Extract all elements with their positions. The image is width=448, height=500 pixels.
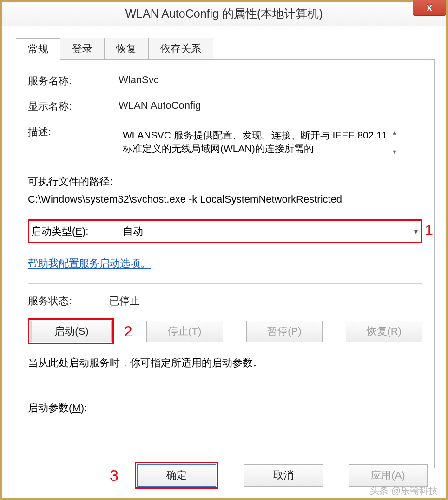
- cancel-button[interactable]: 取消: [244, 464, 323, 487]
- tab-dependencies[interactable]: 依存关系: [148, 38, 213, 60]
- annotation-1: 1: [425, 222, 433, 239]
- service-name-label: 服务名称:: [28, 74, 119, 88]
- start-params-label: 启动参数(M):: [28, 401, 149, 415]
- scroll-down-icon[interactable]: ▾: [391, 148, 398, 155]
- service-status-value: 已停止: [109, 294, 140, 308]
- tab-logon[interactable]: 登录: [60, 38, 105, 60]
- exe-path-value: C:\Windows\system32\svchost.exe -k Local…: [28, 193, 422, 205]
- start-params-note: 当从此处启动服务时，你可指定所适用的启动参数。: [28, 356, 422, 370]
- properties-dialog: WLAN AutoConfig 的属性(本地计算机) X 常规 登录 恢复 依存…: [0, 0, 448, 500]
- tabpanel-general: 服务名称: WlanSvc 显示名称: WLAN AutoConfig 描述: …: [16, 59, 435, 468]
- start-params-input[interactable]: [149, 398, 422, 418]
- description-box: WLANSVC 服务提供配置、发现、连接、断开与 IEEE 802.11 标准定…: [119, 125, 404, 158]
- tab-recovery[interactable]: 恢复: [104, 38, 149, 60]
- start-button[interactable]: 启动(S): [30, 321, 112, 342]
- close-icon: X: [426, 3, 432, 13]
- scroll-up-icon[interactable]: ▴: [391, 128, 398, 136]
- exe-path-label: 可执行文件的路径:: [28, 175, 422, 189]
- startup-type-label: 启动类型(E):: [31, 224, 119, 238]
- start-button-highlight: 启动(S): [28, 318, 114, 344]
- resume-button: 恢复(R): [346, 321, 422, 342]
- annotation-3: 3: [110, 467, 119, 485]
- description-text: WLANSVC 服务提供配置、发现、连接、断开与 IEEE 802.11 标准定…: [123, 128, 389, 155]
- ok-button-highlight: 确定: [135, 462, 218, 489]
- display-name-label: 显示名称:: [28, 99, 119, 113]
- startup-type-highlight: 启动类型(E): 自动 ▾ 1: [28, 219, 422, 243]
- dialog-footer: 3 确定 取消 应用(A): [2, 462, 446, 489]
- tab-general[interactable]: 常规: [16, 38, 60, 60]
- help-link[interactable]: 帮助我配置服务启动选项。: [28, 257, 151, 269]
- pause-button: 暂停(P): [246, 321, 323, 342]
- titlebar: WLAN AutoConfig 的属性(本地计算机) X: [2, 2, 446, 26]
- description-label: 描述:: [28, 125, 119, 139]
- description-scrollbar[interactable]: ▴ ▾: [389, 128, 400, 155]
- chevron-down-icon: ▾: [414, 227, 418, 236]
- service-name-value: WlanSvc: [119, 74, 159, 86]
- ok-button[interactable]: 确定: [137, 464, 216, 487]
- separator: [28, 283, 422, 284]
- tabstrip: 常规 登录 恢复 依存关系: [16, 38, 446, 60]
- display-name-value: WLAN AutoConfig: [119, 99, 201, 112]
- close-button[interactable]: X: [413, 0, 446, 16]
- window-title: WLAN AutoConfig 的属性(本地计算机): [2, 6, 446, 21]
- startup-type-value: 自动: [123, 224, 143, 238]
- service-status-label: 服务状态:: [28, 294, 109, 308]
- stop-button: 停止(T): [146, 321, 223, 342]
- startup-type-select[interactable]: 自动 ▾: [119, 223, 421, 240]
- apply-button: 应用(A): [349, 464, 428, 487]
- annotation-2: 2: [124, 323, 132, 340]
